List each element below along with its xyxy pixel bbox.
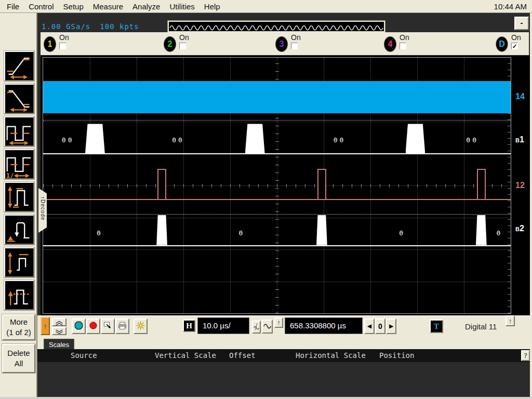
channel-4-button[interactable]: 4 — [384, 36, 396, 52]
sine-small-icon — [253, 322, 260, 332]
pulse-width-button[interactable] — [4, 116, 34, 147]
channel-2-on-label: On — [179, 33, 189, 42]
bus-b1-value: 00 — [172, 136, 184, 143]
position-right-button[interactable]: ▶ — [386, 318, 396, 334]
zoom-in-wave-button[interactable] — [262, 320, 273, 334]
control-bar: ↑ — [37, 315, 530, 338]
fall-time-icon — [5, 85, 33, 113]
scroll-down-button[interactable] — [52, 327, 66, 335]
channel-3-button[interactable]: 3 — [275, 36, 288, 52]
trace-label-14: 14 — [515, 92, 525, 101]
delete-all-button[interactable]: Delete All — [2, 344, 35, 373]
bus-b2-pulse — [476, 215, 487, 245]
menu-items: FileControlSetupMeasureAnalyzeUtilitiesH… — [0, 2, 227, 11]
trace-label-b2: B2 — [515, 224, 524, 233]
bus-b2-value: 0 — [399, 229, 405, 236]
digital-12-pulse — [477, 169, 486, 199]
menu-bar: FileControlSetupMeasureAnalyzeUtilitiesH… — [0, 0, 532, 13]
run-button[interactable] — [72, 318, 86, 334]
pulse-width-icon — [5, 117, 33, 145]
amplitude-button[interactable] — [4, 182, 34, 212]
channel-3-group: 3On — [275, 32, 343, 55]
channel-d-group: DOn✓ — [496, 32, 532, 55]
bus-b1-value: 00 — [334, 136, 346, 143]
menu-item-setup[interactable]: Setup — [61, 2, 90, 11]
horizontal-scale-display[interactable]: 10.0 µs/ — [197, 317, 249, 334]
delete-label: Delete — [3, 348, 34, 358]
trace-labels: 14B112B2 — [513, 57, 530, 314]
screen-copy-button[interactable] — [101, 318, 115, 334]
menu-item-help[interactable]: Help — [202, 2, 227, 11]
channel-3-on-label: On — [291, 33, 301, 42]
channel-4-on-checkbox[interactable] — [400, 43, 406, 49]
trigger-button[interactable]: T — [430, 320, 443, 333]
channel-d-on-checkbox[interactable]: ✓ — [511, 43, 518, 49]
channel-1-on-label: On — [59, 33, 69, 42]
measurement-sidebar: 1/ — [0, 13, 37, 399]
menu-item-control[interactable]: Control — [26, 2, 60, 11]
trace-label-12: 12 — [515, 181, 525, 190]
screen-copy-icon — [103, 321, 113, 330]
position-left-button[interactable]: ◀ — [364, 318, 375, 334]
channel-1-group: 1On — [44, 32, 111, 55]
column-header-horizontal-scale: Horizontal Scale — [296, 351, 366, 360]
channel-1-on-checkbox[interactable] — [59, 43, 66, 49]
frequency-button[interactable]: 1/ — [4, 149, 34, 179]
minimize-button[interactable]: - — [514, 17, 529, 30]
peak-to-peak-button[interactable] — [4, 247, 34, 277]
printer-icon — [117, 321, 127, 330]
help-button[interactable]: ? — [521, 350, 530, 361]
sine-icon — [263, 321, 272, 332]
channel-2-on-checkbox[interactable] — [179, 43, 186, 49]
channel-d-button[interactable]: D — [496, 36, 508, 52]
menu-item-measure[interactable]: Measure — [90, 2, 130, 11]
menu-item-analyze[interactable]: Analyze — [130, 2, 167, 11]
decode-tab[interactable]: → Decode — [38, 188, 47, 233]
stop-button[interactable] — [86, 318, 100, 334]
acquisition-preview-bar[interactable] — [167, 20, 385, 33]
bus-b1-high-rail — [43, 120, 511, 121]
scales-header-bar: SourceVertical ScaleOffsetHorizontal Sca… — [37, 349, 532, 362]
bus-b1-baseline — [43, 153, 511, 154]
trace-digital-14 — [43, 81, 511, 113]
sample-rate: 1.00 GSa/s — [42, 22, 90, 31]
bus-b2-pulse — [316, 215, 327, 245]
horizontal-position-display[interactable]: 658.3308800 µs — [285, 317, 363, 334]
column-header-position: Position — [379, 351, 414, 360]
scroll-up-button[interactable] — [52, 318, 66, 326]
bus-b2-value: 0 — [496, 229, 502, 236]
average-button[interactable] — [4, 280, 34, 310]
zoom-out-wave-button[interactable] — [252, 321, 261, 334]
run-octagon-icon — [74, 321, 84, 330]
menu-item-utilities[interactable]: Utilities — [167, 2, 201, 11]
fall-time-button[interactable] — [4, 84, 34, 114]
brightness-button[interactable] — [134, 318, 148, 334]
trigger-slope-button[interactable]: ↑ — [506, 315, 515, 326]
column-header-vertical-scale: Vertical Scale — [155, 351, 216, 360]
bus-b1-pulse — [245, 124, 265, 153]
print-button[interactable] — [115, 318, 129, 334]
chevron-down-icon — [53, 328, 65, 335]
bus-b1-value: 00 — [466, 136, 478, 143]
horizontal-button[interactable]: H — [183, 320, 195, 332]
rise-time-icon — [5, 52, 33, 80]
bus-b2-value: 0 — [239, 229, 245, 236]
channel-2-button[interactable]: 2 — [164, 36, 176, 52]
window-right-edge — [530, 13, 532, 399]
fall-to-base-button[interactable] — [4, 215, 34, 245]
channel-3-on-checkbox[interactable] — [291, 43, 298, 49]
channel-4-on-label: On — [400, 33, 409, 42]
tab-scales[interactable]: Scales — [44, 339, 74, 349]
column-header-source: Source — [71, 351, 97, 360]
trigger-level-button[interactable]: ↑ — [41, 317, 50, 335]
peak-to-peak-icon — [5, 248, 33, 276]
position-ref-button[interactable]: ↑ — [274, 317, 283, 328]
rise-time-button[interactable] — [4, 51, 34, 81]
clock: 10:44 AM — [494, 2, 527, 11]
channel-1-button[interactable]: 1 — [44, 36, 56, 52]
position-zero-button[interactable]: 0 — [375, 318, 385, 334]
menu-item-file[interactable]: File — [4, 2, 26, 11]
decode-label: Decode — [40, 200, 46, 220]
frequency-icon: 1/ — [5, 150, 33, 178]
more-button[interactable]: More (1 of 2) — [2, 314, 35, 340]
